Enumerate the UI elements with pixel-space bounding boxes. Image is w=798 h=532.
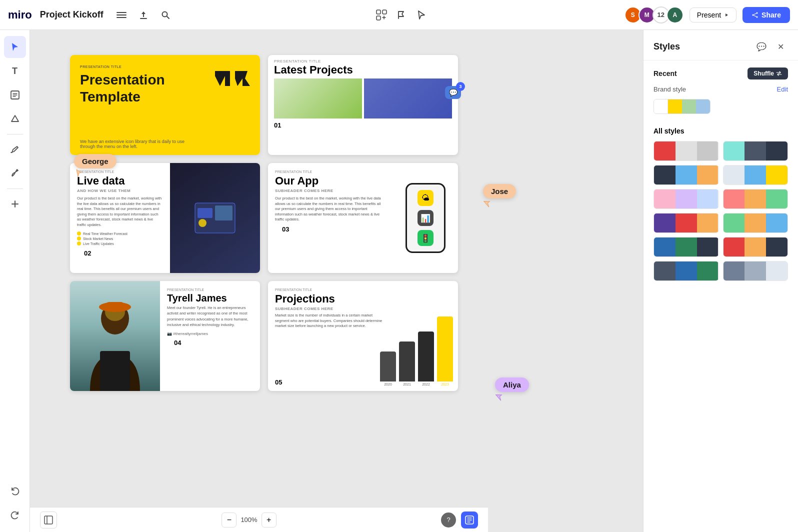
slide3-content: PRESENTATION TITLE Live data AND HOW WE … (70, 163, 260, 273)
present-button[interactable]: Present (690, 8, 736, 22)
style-card-10[interactable] (723, 237, 788, 257)
avatar-group: S M 12 A (624, 6, 684, 24)
style-card-11[interactable] (654, 261, 719, 281)
app-icon-traffic: 🚦 (418, 230, 434, 246)
slide6-number: 05 (275, 378, 282, 386)
flag-icon[interactable] (394, 7, 410, 23)
topbar-icons (114, 7, 174, 23)
aliya-label: Aliya (495, 378, 529, 392)
slide5-body: Meet our founder Tyrell. He is an entrep… (167, 305, 253, 328)
text-tool[interactable]: T (4, 60, 26, 82)
topbar-right: S M 12 A Present Share (624, 6, 790, 24)
style-grid (654, 141, 788, 281)
grid-add-icon[interactable] (374, 7, 390, 23)
slide5-content: PRESENTATION TITLE Tyrell James Meet our… (70, 281, 260, 391)
slide4-body: Our product is the best on the market, w… (275, 196, 386, 222)
shuffle-button[interactable]: Shuffle (748, 68, 788, 80)
zoom-plus[interactable]: + (262, 512, 276, 528)
comment-icon[interactable]: 💬 (754, 39, 769, 54)
panel-toggle[interactable] (461, 512, 478, 528)
recent-label: Recent (654, 70, 677, 78)
style-card-5[interactable] (654, 189, 719, 209)
style-card-4[interactable] (723, 165, 788, 185)
search-icon[interactable] (158, 7, 174, 23)
slide-5[interactable]: PRESENTATION TITLE Tyrell James Meet our… (70, 281, 260, 391)
toolbar-divider-2 (7, 188, 23, 189)
zoom-minus[interactable]: − (222, 512, 236, 528)
style-card-1[interactable] (654, 141, 719, 161)
slide-1[interactable]: PRESENTATION TITLE PresentationTemplate … (70, 55, 260, 155)
redo-tool[interactable] (4, 504, 26, 526)
right-panel: Styles 💬 ✕ Recent Shuffle Brand style Ed… (643, 30, 798, 532)
slides-grid: PRESENTATION TITLE PresentationTemplate … (70, 55, 458, 391)
marker-tool[interactable] (4, 162, 26, 184)
panel-header: Styles 💬 ✕ (644, 30, 798, 60)
app-icon-weather: 🌤 (418, 190, 434, 206)
share-label: Share (762, 11, 781, 19)
slide-6[interactable]: PRESENTATION TITLE Projections SUBHEADER… (268, 281, 458, 391)
panel-title: Styles (654, 42, 680, 52)
present-label: Present (697, 11, 721, 19)
aliya-cursor: Aliya (495, 378, 529, 402)
zoom-level: 100% (240, 516, 257, 524)
slide3-title: Live data (77, 174, 163, 188)
edit-link[interactable]: Edit (777, 86, 788, 93)
slide4-subtitle: SUBHEADER COMES HERE (275, 188, 386, 193)
comment-count: 3 (456, 82, 465, 91)
sidebar-toggle[interactable] (40, 512, 57, 528)
slide2-number: 01 (268, 118, 458, 132)
cursor-tool[interactable] (4, 36, 26, 58)
topbar: miro Project Kickoff S M 12 A Pre (0, 0, 798, 30)
brand-swatch[interactable] (654, 99, 710, 114)
slide1-footer: We have an extensive icon library that i… (80, 139, 190, 149)
svg-rect-1 (116, 14, 126, 16)
slide-4[interactable]: PRESENTATION TITLE Our App SUBHEADER COM… (268, 163, 458, 273)
help-button[interactable]: ? (441, 512, 456, 528)
style-card-12[interactable] (723, 261, 788, 281)
svg-rect-13 (198, 208, 212, 218)
style-card-6[interactable] (723, 189, 788, 209)
brand-style-label: Brand style (654, 86, 686, 93)
slide-2[interactable]: PRESENTATION TITLE Latest Projects 01 (268, 55, 458, 155)
close-icon[interactable]: ✕ (773, 39, 788, 54)
canvas[interactable]: PRESENTATION TITLE PresentationTemplate … (30, 30, 643, 532)
upload-icon[interactable] (136, 7, 152, 23)
slide1-logo (215, 65, 250, 97)
recent-header: Recent Shuffle (654, 68, 788, 80)
style-card-2[interactable] (723, 141, 788, 161)
slide-3[interactable]: PRESENTATION TITLE Live data AND HOW WE … (70, 163, 260, 273)
bar-chart: 2020 2021 2022 2023 (380, 316, 453, 386)
pen-tool[interactable] (4, 138, 26, 160)
slide2-content: PRESENTATION TITLE Latest Projects 01 (268, 55, 458, 155)
slide3-body: Our product is the best on the market, w… (77, 196, 163, 228)
style-card-3[interactable] (654, 165, 719, 185)
slide5-social: 📷 #therealtyrrelljames (167, 332, 253, 336)
add-tool[interactable] (4, 193, 26, 215)
sticky-tool[interactable] (4, 84, 26, 106)
svg-rect-6 (382, 10, 386, 14)
slide3-number: 02 (77, 246, 163, 260)
svg-point-8 (752, 14, 754, 16)
svg-rect-7 (376, 16, 380, 20)
svg-rect-2 (116, 17, 126, 18)
slide3-image (170, 163, 260, 273)
main-layout: T PRES (0, 30, 798, 532)
style-card-7[interactable] (654, 213, 719, 233)
shapes-tool[interactable] (4, 108, 26, 130)
zoom-controls: − 100% + (222, 512, 276, 528)
slide1-content: PRESENTATION TITLE PresentationTemplate … (70, 55, 260, 155)
slide3-subtitle: AND HOW WE USE THEM (77, 188, 163, 193)
slide4-number: 03 (275, 222, 386, 236)
bottom-bar: − 100% + ? (30, 507, 488, 532)
cursor-icon[interactable] (414, 7, 430, 23)
all-styles-section: All styles (644, 127, 798, 286)
svg-rect-3 (140, 18, 147, 19)
style-card-8[interactable] (723, 213, 788, 233)
comment-bubble[interactable]: 💬 3 (445, 86, 461, 99)
style-card-9[interactable] (654, 237, 719, 257)
avatar-3: A (666, 6, 684, 24)
undo-tool[interactable] (4, 480, 26, 502)
miro-logo: miro (8, 8, 32, 22)
share-button[interactable]: Share (742, 7, 790, 23)
menu-icon[interactable] (114, 7, 130, 23)
